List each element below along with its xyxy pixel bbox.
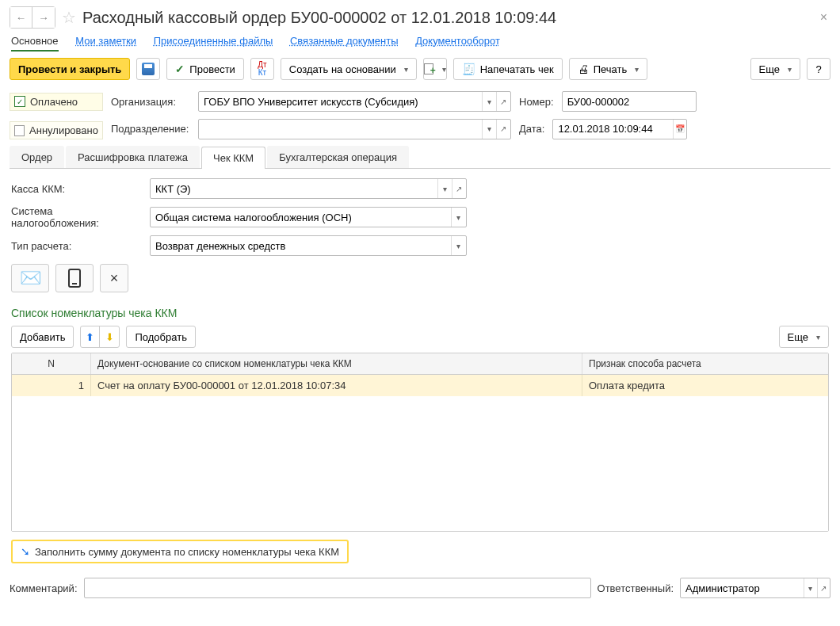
tab-content-receipt: Касса ККМ: ▾ ↗ Система налогообложения: … [10, 178, 830, 563]
cell-n: 1 [12, 375, 91, 396]
tax-field[interactable] [151, 208, 451, 227]
number-field[interactable] [563, 92, 696, 111]
dept-open-icon[interactable]: ↗ [496, 120, 510, 139]
checkmark-icon: ✓ [175, 63, 185, 75]
org-dropdown-icon[interactable]: ▾ [482, 92, 496, 111]
resp-dropdown-icon[interactable]: ▾ [804, 578, 816, 597]
org-label: Организация: [111, 96, 190, 108]
table-toolbar: Добавить ⬆ ⬇ Подобрать Еще [11, 326, 829, 348]
cancelled-checkbox[interactable] [14, 125, 25, 136]
cancelled-checkbox-row[interactable]: Аннулировано [10, 121, 103, 139]
cashbox-label: Касса ККМ: [11, 183, 142, 195]
tab-accounting[interactable]: Бухгалтерская операция [267, 146, 409, 168]
tax-input[interactable]: ▾ [150, 207, 467, 227]
date-field[interactable] [553, 120, 672, 139]
tab-order[interactable]: Ордер [10, 146, 64, 168]
cashbox-open-icon[interactable]: ↗ [452, 179, 466, 198]
tab-receipt[interactable]: Чек ККМ [201, 147, 265, 169]
sms-button[interactable] [55, 264, 94, 292]
status-block: ✓ Оплачено [10, 93, 103, 111]
email-button[interactable]: ✉️ [11, 264, 49, 292]
grid-header: N Документ-основание со списком номенкла… [12, 353, 828, 375]
resp-open-icon[interactable]: ↗ [817, 578, 830, 597]
date-input[interactable]: 📅 [552, 119, 687, 139]
fill-arrow-icon: ➘ [21, 545, 30, 558]
comment-label: Комментарий: [10, 582, 78, 594]
post-and-close-button[interactable]: Провести и закрыть [10, 58, 130, 80]
number-input[interactable] [562, 91, 697, 112]
copy-button[interactable] [423, 58, 447, 80]
clear-button[interactable]: × [100, 264, 128, 292]
select-button[interactable]: Подобрать [126, 326, 195, 348]
print-label: Печать [594, 63, 628, 75]
type-dropdown-icon[interactable]: ▾ [451, 236, 466, 255]
paid-checkbox[interactable]: ✓ [14, 96, 25, 107]
mail-icon: ✉️ [20, 268, 41, 288]
table-more-button[interactable]: Еще [779, 326, 829, 348]
org-open-icon[interactable]: ↗ [496, 92, 510, 111]
resp-input[interactable]: ▾ ↗ [680, 578, 830, 598]
close-icon[interactable]: × [817, 10, 830, 25]
dept-field[interactable] [199, 120, 482, 139]
nav-files[interactable]: Присоединенные файлы [154, 35, 273, 47]
cashbox-input[interactable]: ▾ ↗ [150, 178, 467, 199]
cashbox-dropdown-icon[interactable]: ▾ [437, 179, 452, 198]
comment-field[interactable] [85, 578, 590, 597]
resp-label: Ответственный: [598, 582, 674, 594]
cell-type: Оплата кредита [582, 375, 828, 396]
org-field[interactable] [199, 92, 482, 111]
col-header-type[interactable]: Признак способа расчета [582, 353, 828, 374]
resp-field[interactable] [681, 578, 804, 597]
nomenclature-title: Список номенклатуры чека ККМ [11, 307, 829, 319]
paid-checkbox-row[interactable]: ✓ Оплачено [10, 93, 103, 111]
paid-label: Оплачено [30, 96, 78, 108]
action-buttons: ✉️ × [11, 264, 829, 292]
number-label: Номер: [519, 96, 554, 108]
post-button-label: Провести [189, 63, 235, 75]
cell-doc: Счет на оплату БУ00-000001 от 12.01.2018… [91, 375, 582, 396]
nav-notes[interactable]: Мои заметки [75, 35, 136, 47]
more-button[interactable]: Еще [750, 58, 800, 80]
move-up-button[interactable]: ⬆ [81, 326, 100, 347]
main-toolbar: Провести и закрыть ✓Провести ДтКт Создат… [10, 58, 830, 80]
back-button[interactable]: ← [10, 7, 32, 28]
dt-kt-icon: ДтКт [258, 61, 266, 77]
move-down-button[interactable]: ⬇ [100, 326, 119, 347]
save-button[interactable] [136, 58, 160, 80]
nav-docs[interactable]: Связанные документы [290, 35, 399, 47]
phone-icon [68, 269, 81, 288]
date-label: Дата: [519, 123, 544, 135]
print-button[interactable]: 🖨Печать [569, 58, 648, 80]
nav-main[interactable]: Основное [11, 35, 59, 52]
help-button[interactable]: ? [807, 58, 830, 80]
table-row[interactable]: 1 Счет на оплату БУ00-000001 от 12.01.20… [12, 375, 828, 396]
create-based-button[interactable]: Создать на основании [281, 58, 417, 80]
tax-dropdown-icon[interactable]: ▾ [451, 208, 466, 227]
nav-history-buttons: ← → [10, 6, 55, 29]
add-button[interactable]: Добавить [11, 326, 74, 348]
col-header-n[interactable]: N [12, 353, 91, 374]
type-input[interactable]: ▾ [150, 235, 467, 256]
dept-dropdown-icon[interactable]: ▾ [482, 120, 496, 139]
section-nav: Основное Мои заметки Присоединенные файл… [10, 35, 830, 47]
post-button[interactable]: ✓Провести [166, 58, 244, 80]
fill-sum-button[interactable]: ➘ Заполнить сумму документа по списку но… [11, 540, 349, 563]
dt-kt-button[interactable]: ДтКт [250, 58, 274, 80]
print-receipt-button[interactable]: 🧾Напечатать чек [453, 58, 563, 80]
dept-input[interactable]: ▾ ↗ [198, 119, 511, 139]
fill-sum-label: Заполнить сумму документа по списку номе… [35, 546, 339, 558]
cancelled-label: Аннулировано [29, 124, 98, 136]
calendar-icon[interactable]: 📅 [673, 120, 687, 139]
nomenclature-grid: N Документ-основание со списком номенкла… [11, 353, 829, 532]
forward-button[interactable]: → [32, 7, 55, 28]
comment-input[interactable] [84, 578, 591, 598]
tab-breakdown[interactable]: Расшифровка платежа [66, 146, 200, 168]
col-header-doc[interactable]: Документ-основание со списком номенклату… [91, 353, 582, 374]
print-receipt-label: Напечатать чек [480, 63, 554, 75]
favorite-star-icon[interactable]: ☆ [62, 8, 76, 27]
tabs: Ордер Расшифровка платежа Чек ККМ Бухгал… [10, 146, 830, 169]
nav-workflow[interactable]: Документооборот [415, 35, 500, 47]
org-input[interactable]: ▾ ↗ [198, 91, 511, 112]
cashbox-field[interactable] [151, 179, 437, 198]
type-field[interactable] [151, 236, 451, 255]
